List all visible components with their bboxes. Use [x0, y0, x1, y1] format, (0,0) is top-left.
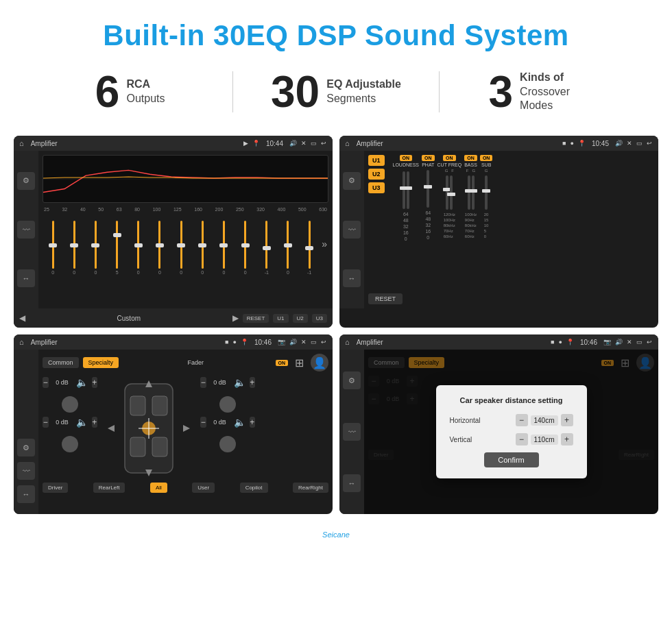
dialog-overlay: Car speaker distance setting Horizontal … — [364, 350, 658, 514]
eq-chart — [43, 155, 328, 203]
fader-right-controls: − 0 dB 🔈 + − 0 dB 🔈 + — [200, 377, 255, 480]
amp-sub-on[interactable]: ON — [480, 155, 493, 161]
amp-home-icon[interactable]: ⌂ — [345, 139, 350, 147]
fader-arrows-icon[interactable]: ↔ — [17, 485, 35, 503]
eq-slider-5[interactable]: 0 — [151, 221, 169, 275]
eq-slider-1[interactable]: 0 — [65, 221, 83, 275]
stat-eq: 30 EQ Adjustable Segments — [233, 70, 438, 114]
amp-screen-title: Amplifier — [357, 140, 559, 147]
eq-slider-8[interactable]: 0 — [215, 221, 232, 275]
fader-time: 10:46 — [254, 339, 272, 346]
home-icon[interactable]: ⌂ — [19, 139, 24, 147]
amp-back-icon[interactable]: ↩ — [647, 140, 652, 147]
fader-screen: ⌂ Amplifier ■ ● 📍 10:46 📷 🔊 ✕ ▭ ↩ ⚙ 〰 ↔ … — [14, 334, 333, 514]
eq-slider-4[interactable]: 0 — [130, 221, 147, 275]
fader-back-icon[interactable]: ↩ — [321, 339, 326, 345]
speaker-circle-1 — [62, 436, 78, 452]
dialog-horizontal-minus[interactable]: − — [516, 414, 528, 426]
fader-dot2-icon: ● — [233, 339, 237, 345]
amp-wave-icon[interactable]: 〰 — [343, 221, 361, 239]
eq-u1-btn[interactable]: U1 — [273, 314, 288, 323]
fader-filter-icon[interactable]: ⚙ — [17, 439, 35, 456]
amp-screen: ⌂ Amplifier ■ ● 📍 10:45 🔊 ✕ ▭ ↩ ⚙ 〰 ↔ U1 — [339, 136, 658, 328]
spk-icon-1: 🔈 — [76, 417, 88, 428]
fader-copilot-btn[interactable]: Copilot — [240, 483, 268, 493]
amp-bass-on[interactable]: ON — [464, 155, 477, 161]
back-icon[interactable]: ↩ — [321, 140, 326, 147]
fader-rearright-btn[interactable]: RearRight — [293, 483, 328, 493]
fader-all-btn[interactable]: All — [150, 483, 167, 493]
dist-back-icon[interactable]: ↩ — [647, 339, 652, 345]
eq-slider-3[interactable]: 5 — [108, 221, 126, 275]
amp-cutfreq-on[interactable]: ON — [443, 155, 456, 161]
amp-arrows-icon[interactable]: ↔ — [343, 269, 361, 287]
amp-dot2-icon: ● — [571, 140, 574, 147]
amp-body: ⚙ 〰 ↔ U1 U2 U3 ON — [339, 151, 658, 308]
fader-driver-btn[interactable]: Driver — [43, 483, 68, 493]
amp-sub: ON SUB G 20 15 10 5 0 — [480, 155, 493, 288]
amp-reset-btn[interactable]: RESET — [368, 293, 403, 304]
vol-minus-0[interactable]: − — [43, 377, 49, 388]
amp-u1-btn[interactable]: U1 — [368, 155, 385, 166]
eq-arrows-icon[interactable]: ↔ — [17, 269, 35, 287]
fader-body: ⚙ 〰 ↔ Common Specialty Fader ON ⊞ 👤 — [14, 350, 333, 514]
amp-phat-on[interactable]: ON — [422, 155, 435, 161]
dist-filter-icon[interactable]: ⚙ — [343, 371, 361, 389]
spk-icon-0: 🔈 — [76, 377, 88, 388]
fader-rearleft-btn[interactable]: RearLeft — [93, 483, 125, 493]
distance-main: Common Specialty ON ⊞ 👤 − 0 dB + − 0 dB — [364, 350, 658, 514]
eq-prev-btn[interactable]: ◀ — [19, 313, 25, 323]
vol-plus-2[interactable]: + — [250, 377, 256, 388]
eq-u2-btn[interactable]: U2 — [293, 314, 308, 323]
eq-wave-icon[interactable]: 〰 — [17, 221, 35, 239]
eq-slider-9[interactable]: 0 — [237, 221, 254, 275]
dialog-horizontal-plus[interactable]: + — [561, 414, 573, 426]
vol-plus-3[interactable]: + — [250, 417, 256, 428]
dist-window-icon: ▭ — [636, 339, 643, 345]
vol-val-1: 0 dB — [53, 419, 72, 426]
eq-slider-2[interactable]: 0 — [86, 221, 104, 275]
eq-u3-btn[interactable]: U3 — [312, 314, 327, 323]
fader-on-badge[interactable]: ON — [276, 360, 289, 366]
dialog-vertical-ctrl: − 110cm + — [516, 433, 573, 446]
eq-slider-11[interactable]: 0 — [279, 221, 297, 275]
fader-user-icon[interactable]: 👤 — [311, 354, 328, 371]
amp-u3-btn[interactable]: U3 — [368, 182, 385, 193]
amp-controls: ON LOUDNESS 64 48 — [393, 155, 654, 288]
vol-plus-0[interactable]: + — [92, 377, 98, 388]
dialog-confirm-btn[interactable]: Confirm — [484, 452, 539, 467]
eq-slider-12[interactable]: -1 — [300, 221, 318, 275]
spk-icon-2: 🔈 — [234, 377, 245, 388]
eq-slider-6[interactable]: 0 — [172, 221, 190, 275]
fader-wave-icon[interactable]: 〰 — [17, 462, 35, 480]
amp-location-icon: 📍 — [578, 140, 586, 147]
dialog-vertical-plus[interactable]: + — [561, 433, 573, 446]
eq-reset-btn[interactable]: RESET — [243, 314, 269, 323]
fader-common-tab[interactable]: Common — [43, 357, 79, 368]
fader-user-btn[interactable]: User — [192, 483, 215, 493]
eq-slider-10[interactable]: -1 — [258, 221, 276, 275]
stat-rca-label: RCA Outputs — [126, 77, 165, 106]
eq-slider-0[interactable]: 0 — [44, 221, 62, 275]
amp-u2-btn[interactable]: U2 — [368, 169, 385, 180]
fader-specialty-tab[interactable]: Specialty — [83, 357, 119, 368]
dist-wave-icon[interactable]: 〰 — [343, 423, 361, 441]
scroll-right-icon[interactable]: » — [322, 239, 327, 249]
vol-minus-3[interactable]: − — [200, 417, 206, 428]
fader-content: − 0 dB 🔈 + − 0 dB 🔈 + — [43, 377, 328, 480]
amp-filter-icon[interactable]: ⚙ — [343, 172, 361, 190]
vol-plus-1[interactable]: + — [92, 417, 98, 428]
vol-minus-2[interactable]: − — [200, 377, 206, 388]
dist-location-icon: 📍 — [566, 339, 574, 345]
eq-slider-7[interactable]: 0 — [193, 221, 211, 275]
vol-row-0: − 0 dB 🔈 + — [43, 377, 97, 388]
dist-arrows-icon[interactable]: ↔ — [343, 474, 361, 492]
vol-minus-1[interactable]: − — [43, 417, 49, 428]
dist-home-icon[interactable]: ⌂ — [345, 338, 350, 346]
fader-home-icon[interactable]: ⌂ — [19, 338, 24, 346]
eq-filter-icon[interactable]: ⚙ — [17, 172, 35, 190]
eq-next-btn[interactable]: ▶ — [232, 313, 239, 323]
amp-loudness-on[interactable]: ON — [400, 155, 413, 161]
dialog-vertical-minus[interactable]: − — [516, 433, 528, 446]
page-title: Built-in 30EQ DSP Sound System — [0, 0, 672, 64]
